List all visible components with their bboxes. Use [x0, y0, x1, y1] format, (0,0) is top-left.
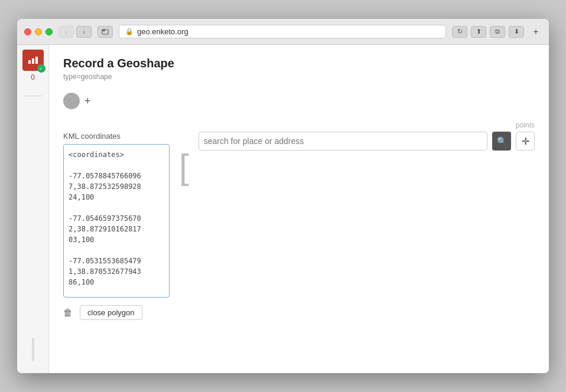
maximize-window-button[interactable]	[45, 28, 53, 35]
new-tab-button[interactable]: +	[530, 26, 542, 38]
kml-actions: 🗑 close polygon	[63, 305, 170, 320]
traffic-lights	[24, 28, 53, 35]
sidebar: ✓ 0	[17, 45, 49, 373]
tab-button[interactable]	[97, 26, 113, 38]
browser-window: ‹ › 🔒 geo.enketo.org ↻ ⬆ ⧉ ⬇ +	[17, 19, 549, 373]
reload-button[interactable]: ↻	[452, 26, 467, 38]
address-bar[interactable]: 🔒 geo.enketo.org	[119, 25, 446, 38]
kml-label: KML coordinates	[63, 132, 170, 141]
search-input[interactable]	[204, 136, 482, 146]
search-container	[199, 132, 487, 151]
url-text: geo.enketo.org	[137, 27, 188, 36]
logo-inner	[28, 57, 38, 64]
svg-rect-1	[102, 30, 105, 31]
bracket-separator: [	[179, 149, 189, 185]
check-badge: ✓	[37, 64, 45, 73]
scroll-indicator[interactable]	[32, 338, 34, 361]
bar-chart-icon	[28, 57, 38, 64]
title-bar: ‹ › 🔒 geo.enketo.org ↻ ⬆ ⧉ ⬇ +	[17, 19, 549, 45]
add-label[interactable]: +	[84, 95, 91, 107]
download-button[interactable]: ⬇	[509, 26, 524, 38]
duplicate-button[interactable]: ⧉	[490, 26, 505, 38]
map-search: 🔍 ✛	[199, 132, 535, 151]
search-button[interactable]: 🔍	[492, 132, 511, 151]
tab-icon	[102, 29, 109, 35]
app-area: ✓ 0 Record a Geoshape type=geoshape + po…	[17, 45, 549, 373]
nav-buttons: ‹ ›	[58, 26, 92, 38]
kml-panel: KML coordinates <coordinates> -77.057884…	[63, 132, 170, 320]
kml-textarea[interactable]: <coordinates> -77.0578845766096 7,38.872…	[63, 144, 170, 298]
back-button[interactable]: ‹	[58, 26, 74, 38]
sidebar-divider	[24, 96, 42, 96]
circle-add-area: +	[63, 93, 535, 109]
close-window-button[interactable]	[24, 28, 31, 35]
close-polygon-button[interactable]: close polygon	[80, 305, 142, 320]
trash-icon[interactable]: 🗑	[63, 308, 73, 318]
forward-button[interactable]: ›	[76, 26, 92, 38]
toolbar-buttons: ↻ ⬆ ⧉ ⬇	[452, 26, 524, 38]
lock-icon: 🔒	[125, 28, 134, 35]
map-panel: 🔍 ✛	[199, 132, 535, 155]
main-content: Record a Geoshape type=geoshape + points…	[49, 45, 549, 373]
minimize-window-button[interactable]	[35, 28, 42, 35]
map-options-button[interactable]: ✛	[516, 132, 535, 151]
circle-button[interactable]	[63, 93, 80, 109]
geoshape-area: KML coordinates <coordinates> -77.057884…	[63, 132, 535, 320]
page-title: Record a Geoshape	[63, 57, 535, 70]
page-subtitle: type=geoshape	[63, 73, 535, 81]
share-button[interactable]: ⬆	[471, 26, 486, 38]
sidebar-count: 0	[31, 73, 35, 81]
sidebar-logo[interactable]: ✓	[22, 50, 44, 71]
points-label: points	[63, 121, 535, 129]
